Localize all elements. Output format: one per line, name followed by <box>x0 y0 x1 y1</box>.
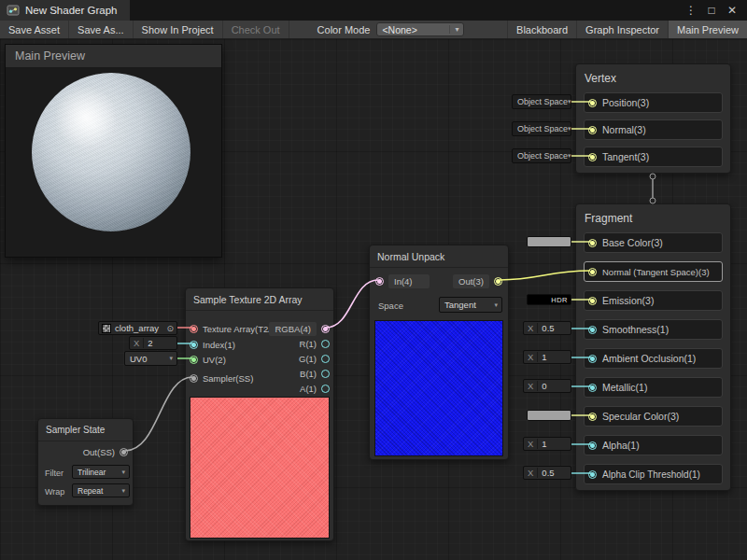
close-icon[interactable]: ✕ <box>723 4 741 17</box>
save-asset-button[interactable]: Save Asset <box>0 21 69 38</box>
port-smoothness[interactable] <box>588 326 597 334</box>
port-sampler[interactable] <box>190 374 198 383</box>
port-specular-color[interactable] <box>588 413 597 421</box>
tangent-space-dropdown[interactable]: Object Space ▾ <box>512 148 571 163</box>
metallic-value: 0 <box>542 381 546 391</box>
sample-node-title[interactable]: Sample Texture 2D Array <box>186 288 333 311</box>
port-texture-array[interactable] <box>190 325 198 333</box>
base-color-swatch[interactable] <box>527 236 571 247</box>
block-row-vertex-tangent[interactable]: Tangent(3) <box>584 147 723 167</box>
save-as-button[interactable]: Save As... <box>69 21 134 38</box>
input-sampler: Sampler(SS) <box>190 371 253 385</box>
uv-channel-value: UV0 <box>130 354 147 364</box>
output-label-r: R(1) <box>300 339 317 349</box>
wire-samplerstate-to-sampler[interactable] <box>125 377 192 451</box>
block-row-emission[interactable]: Emission(3) <box>584 290 723 311</box>
graph-canvas[interactable]: Vertex Position(3) Normal(3) Tangent(3) … <box>0 39 747 560</box>
output-out-ss: Out(SS) <box>83 445 128 458</box>
port-base-color[interactable] <box>588 239 597 247</box>
space-dropdown[interactable]: Tangent ▾ <box>439 297 502 313</box>
block-row-normal-tangent-space[interactable]: Normal (Tangent Space)(3) <box>584 261 723 282</box>
space-label: Space <box>378 301 403 311</box>
main-preview-toggle-button[interactable]: Main Preview <box>668 21 747 38</box>
more-options-icon[interactable]: ⋮ <box>682 4 700 17</box>
block-row-alpha[interactable]: Alpha(1) <box>584 435 723 455</box>
main-preview-window[interactable]: Main Preview <box>5 44 222 258</box>
output-label-a: A(1) <box>300 384 317 394</box>
maximize-icon[interactable]: □ <box>702 4 721 17</box>
vertex-context-node[interactable]: Vertex Position(3) Normal(3) Tangent(3) <box>575 63 731 174</box>
port-normal-tangent-space[interactable] <box>588 268 597 276</box>
port-vertex-normal[interactable] <box>588 126 597 134</box>
port-alpha[interactable] <box>588 441 597 450</box>
position-space-dropdown[interactable]: Object Space ▾ <box>512 94 571 109</box>
texture-array-object-field[interactable]: cloth_array ⊙ <box>98 321 177 335</box>
port-out-ss[interactable] <box>120 448 128 456</box>
port-vertex-tangent[interactable] <box>588 153 597 161</box>
show-in-project-button[interactable]: Show In Project <box>134 21 223 38</box>
smoothness-float-field[interactable]: X 0.5 <box>523 321 571 335</box>
port-in4[interactable] <box>375 277 384 286</box>
axis-label: X <box>524 323 538 333</box>
block-row-ambient-occlusion[interactable]: Ambient Occlusion(1) <box>584 348 723 369</box>
fragment-node-title[interactable]: Fragment <box>576 204 730 232</box>
wrap-dropdown[interactable]: Repeat ▾ <box>72 483 130 497</box>
output-g: G(1) <box>299 352 330 365</box>
port-metallic[interactable] <box>588 384 597 392</box>
tab-title: New Shader Graph <box>25 5 117 16</box>
normal-space-dropdown[interactable]: Object Space ▾ <box>512 121 571 136</box>
port-index[interactable] <box>190 341 198 349</box>
normal-unpack-node[interactable]: Normal Unpack In(4) Out(3) Space Tangent… <box>369 245 509 460</box>
port-r[interactable] <box>321 340 330 348</box>
graph-inspector-toggle-button[interactable]: Graph Inspector <box>576 21 668 38</box>
metallic-float-field[interactable]: X 0 <box>523 379 571 393</box>
axis-label: X <box>524 468 538 478</box>
alpha-float-field[interactable]: X 1 <box>523 437 571 451</box>
blackboard-toggle-button[interactable]: Blackboard <box>507 21 576 38</box>
port-a[interactable] <box>321 385 330 393</box>
emission-hdr-color-field[interactable]: HDR <box>527 294 571 305</box>
port-g[interactable] <box>321 355 330 363</box>
index-float-field[interactable]: X 2 <box>129 336 177 350</box>
port-out3[interactable] <box>494 277 502 286</box>
block-row-alpha-clip-threshold[interactable]: Alpha Clip Threshold(1) <box>584 464 723 484</box>
block-row-position[interactable]: Position(3) <box>584 92 723 113</box>
normal-unpack-title[interactable]: Normal Unpack <box>370 245 508 268</box>
chevron-down-icon: ▾ <box>121 487 129 495</box>
port-position[interactable] <box>588 99 597 107</box>
output-label-b: B(1) <box>300 369 317 379</box>
port-emission[interactable] <box>588 297 597 305</box>
sampler-state-node[interactable]: Sampler State Out(SS) Filter Trilinear ▾… <box>37 418 134 506</box>
color-mode-group: Color Mode <None> ▾ <box>317 21 465 38</box>
color-mode-dropdown[interactable]: <None> ▾ <box>376 22 464 36</box>
block-row-metallic[interactable]: Metallic(1) <box>584 377 723 398</box>
filter-dropdown[interactable]: Trilinear ▾ <box>72 465 130 479</box>
block-label-specular-color: Specular Color(3) <box>602 411 679 422</box>
index-value: 2 <box>148 338 152 348</box>
uv-channel-dropdown[interactable]: UV0 ▾ <box>124 351 177 366</box>
ambient-occlusion-float-field[interactable]: X 1 <box>523 350 571 364</box>
main-preview-title: Main Preview <box>15 49 85 63</box>
output-label-out-ss: Out(SS) <box>83 447 115 457</box>
check-out-button[interactable]: Check Out <box>223 21 289 38</box>
fragment-context-node[interactable]: Fragment Base Color(3) Normal (Tangent S… <box>575 203 731 491</box>
block-row-smoothness[interactable]: Smoothness(1) <box>584 319 723 340</box>
specular-color-swatch[interactable] <box>527 410 571 421</box>
input-index: Index(1) <box>190 338 235 351</box>
port-uv[interactable] <box>190 356 198 364</box>
sampler-state-title[interactable]: Sampler State <box>38 419 133 441</box>
port-alpha-clip-threshold[interactable] <box>588 470 597 479</box>
block-row-base-color[interactable]: Base Color(3) <box>584 232 723 253</box>
sample-texture-2d-array-node[interactable]: Sample Texture 2D Array Texture Array(T2… <box>185 287 334 541</box>
main-preview-header[interactable]: Main Preview <box>6 45 221 68</box>
vertex-node-title[interactable]: Vertex <box>576 64 730 92</box>
tab-new-shader-graph[interactable]: New Shader Graph <box>0 0 130 21</box>
port-rgba[interactable] <box>321 325 330 333</box>
object-picker-icon[interactable]: ⊙ <box>166 324 176 333</box>
block-row-specular-color[interactable]: Specular Color(3) <box>584 406 723 427</box>
axis-label: X <box>524 352 538 362</box>
port-ambient-occlusion[interactable] <box>588 355 597 363</box>
port-b[interactable] <box>321 370 330 378</box>
alpha-clip-float-field[interactable]: X 0.5 <box>523 466 571 480</box>
block-row-vertex-normal[interactable]: Normal(3) <box>584 119 723 140</box>
